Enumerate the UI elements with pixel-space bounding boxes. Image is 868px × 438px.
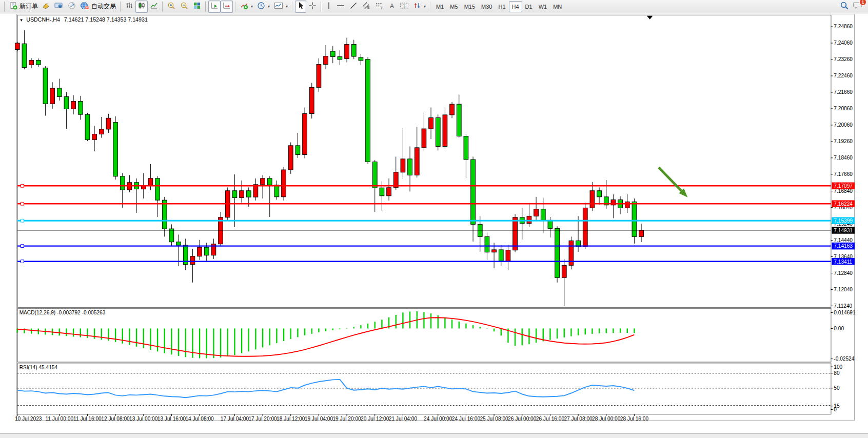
candle	[366, 59, 370, 162]
candle	[190, 256, 195, 265]
candle	[295, 146, 300, 155]
zoom-out-button[interactable]	[178, 1, 191, 13]
svg-text:7.19260: 7.19260	[834, 138, 853, 144]
svg-text:7.14163: 7.14163	[834, 243, 853, 249]
toolbar-separator	[205, 2, 206, 12]
candle	[120, 176, 125, 190]
fibonacci-button[interactable]: F	[373, 1, 386, 13]
rsi-label: RSI(14) 45.4154	[19, 365, 58, 370]
svg-text:7.15399: 7.15399	[834, 218, 853, 224]
toolbar-separator	[321, 2, 322, 12]
candle	[204, 247, 209, 255]
candle	[148, 178, 153, 186]
indicators-button[interactable]: ▾	[238, 1, 255, 13]
svg-text:28 Jul 16:00: 28 Jul 16:00	[620, 416, 649, 422]
new-order-icon	[9, 2, 17, 12]
horizontal-line-button[interactable]	[334, 1, 347, 13]
chevron-down-icon: ▾	[286, 4, 288, 9]
hline-anchor[interactable]	[21, 245, 24, 248]
hline-anchor[interactable]	[21, 260, 24, 263]
candle	[429, 118, 433, 129]
trendline-button[interactable]	[347, 1, 360, 13]
candle	[303, 114, 307, 155]
svg-text:7.20060: 7.20060	[834, 122, 853, 128]
arrows-button[interactable]: ▾	[411, 1, 428, 13]
timeframe-M5[interactable]: M5	[447, 1, 461, 12]
toolbar-separator	[120, 2, 121, 12]
candle	[457, 104, 461, 136]
svg-text:26 Jul 00:00: 26 Jul 00:00	[508, 416, 537, 422]
timeframe-M15[interactable]: M15	[461, 1, 478, 12]
timeframe-MN[interactable]: MN	[550, 1, 565, 12]
tile-windows-button[interactable]	[191, 1, 203, 13]
community-button[interactable]	[52, 1, 66, 13]
svg-text:11 Jul 00:00: 11 Jul 00:00	[45, 416, 73, 422]
vertical-line-button[interactable]	[324, 1, 334, 13]
candle	[351, 44, 356, 56]
chart-shift-icon	[223, 2, 231, 12]
main-panel	[17, 15, 831, 307]
candle	[562, 265, 566, 277]
text-button[interactable]: A	[386, 1, 398, 13]
candle	[583, 208, 587, 247]
new-order-button[interactable]: 新订单	[7, 1, 40, 13]
auto-scroll-button[interactable]	[208, 1, 221, 13]
candle	[527, 216, 531, 223]
hline-anchor[interactable]	[21, 184, 24, 187]
timeframe-D1[interactable]: D1	[522, 1, 536, 12]
indicators-icon	[240, 2, 248, 12]
candle	[36, 61, 41, 65]
crosshair-button[interactable]	[306, 1, 319, 13]
timeframe-W1[interactable]: W1	[536, 1, 550, 12]
chart-canvas[interactable]: 7.248607.240607.232607.224607.216607.208…	[0, 13, 868, 434]
svg-text:7.12840: 7.12840	[834, 270, 853, 276]
svg-text:7.17097: 7.17097	[834, 183, 853, 189]
notifications-button[interactable]: 1	[853, 1, 863, 12]
candle	[625, 202, 629, 208]
line-chart-button[interactable]	[148, 1, 160, 13]
svg-text:50: 50	[834, 385, 840, 391]
candle	[415, 148, 419, 175]
svg-text:18 Jul 12:00: 18 Jul 12:00	[277, 416, 305, 422]
candle	[15, 43, 19, 49]
hline-anchor[interactable]	[21, 219, 24, 222]
svg-text:7.14440: 7.14440	[834, 237, 853, 243]
candle	[639, 230, 644, 236]
cursor-button[interactable]	[295, 1, 306, 13]
svg-text:7.14931: 7.14931	[834, 228, 853, 233]
timeframe-M1[interactable]: M1	[433, 1, 447, 12]
chevron-down-icon: ▾	[424, 4, 426, 9]
chart-area[interactable]: 7.248607.240607.232607.224607.216607.208…	[0, 13, 868, 434]
svg-text:11 Jul 16:00: 11 Jul 16:00	[73, 416, 102, 422]
candle	[64, 96, 69, 109]
chart-title: ▼USDCNH-,H47.14621 7.15248 7.14353 7.149…	[19, 16, 148, 23]
candle	[274, 185, 279, 197]
signals-button[interactable]	[66, 1, 78, 13]
alerts-button[interactable]	[40, 1, 52, 13]
rsi-panel	[17, 363, 831, 414]
candle	[513, 217, 518, 250]
hline-anchor[interactable]	[21, 202, 24, 205]
timeframe-H1[interactable]: H1	[495, 1, 508, 12]
candle	[401, 159, 405, 172]
search-icon[interactable]	[840, 1, 849, 12]
timeframe-H4[interactable]: H4	[509, 1, 522, 12]
periods-button[interactable]: ▾	[255, 1, 272, 13]
autotrading-button[interactable]: 自动交易	[78, 1, 118, 13]
timeframe-M30[interactable]: M30	[478, 1, 495, 12]
candlestick-chart-button[interactable]	[135, 1, 148, 13]
text-label-button[interactable]: T	[398, 1, 411, 13]
zoom-in-button[interactable]	[165, 1, 178, 13]
svg-text:19 Jul 20:00: 19 Jul 20:00	[332, 416, 361, 422]
horizontal-line-icon	[336, 2, 345, 12]
equidistant-channel-button[interactable]: E	[360, 1, 373, 13]
svg-text:12 Jul 08:00: 12 Jul 08:00	[101, 416, 130, 422]
status-bar	[0, 433, 868, 438]
candle	[443, 115, 447, 147]
templates-button[interactable]: ▾	[272, 1, 290, 13]
bar-chart-button[interactable]	[123, 1, 135, 13]
symbol-dropdown-icon[interactable]: ▼	[19, 18, 24, 23]
svg-text:25 Jul 08:00: 25 Jul 08:00	[480, 416, 508, 422]
chart-shift-button[interactable]	[221, 1, 233, 13]
candle	[345, 44, 349, 58]
